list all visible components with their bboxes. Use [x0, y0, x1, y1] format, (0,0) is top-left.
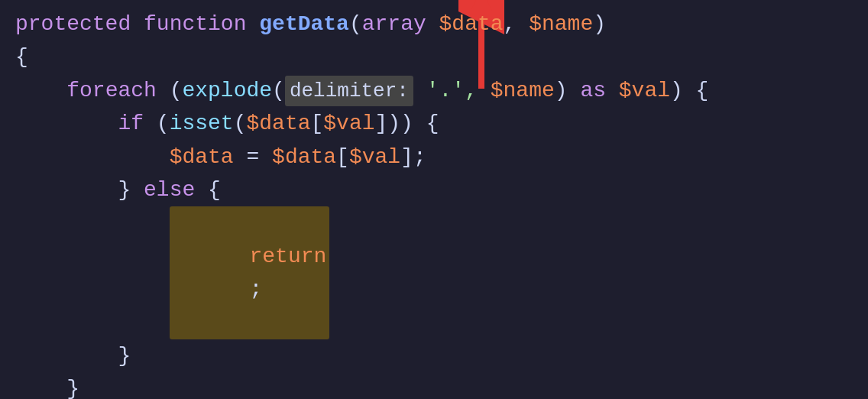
code-editor: protected function getData ( array $data… — [0, 0, 868, 399]
code-line-4: if ( isset ( $data [ $val ])) { — [15, 107, 853, 140]
function-name: getData — [259, 8, 349, 41]
param-hint: delimiter: — [285, 76, 413, 106]
code-line-9: } — [15, 372, 853, 399]
return-highlight: return ; — [170, 206, 330, 339]
keyword-as: as — [580, 74, 606, 107]
code-line-2: { — [15, 41, 853, 73]
var-val: $val — [619, 74, 670, 107]
var-data-2: $data — [272, 141, 336, 174]
fn-explode: explode — [182, 74, 272, 107]
code-line-5: $data = $data [ $val ]; — [15, 141, 853, 174]
code-line-6: } else { — [15, 174, 853, 206]
var-val-2: $val — [349, 141, 400, 174]
var-val-1: $val — [323, 107, 374, 140]
param-name: $name — [529, 8, 593, 41]
keyword-foreach: foreach — [66, 74, 157, 107]
code-line-3: foreach ( explode ( delimiter: '.', $nam… — [15, 74, 853, 107]
keyword-else: else — [144, 174, 195, 206]
param-data: $data — [439, 8, 504, 41]
keyword-function: function — [144, 8, 246, 41]
keyword-if: if — [118, 107, 144, 140]
keyword-array: array — [362, 8, 426, 41]
var-data-1: $data — [246, 107, 310, 140]
var-name: $name — [491, 74, 555, 107]
code-line-8: } — [15, 339, 853, 372]
code-line-1: protected function getData ( array $data… — [15, 8, 853, 41]
keyword-protected: protected — [15, 8, 131, 41]
code-line-7: return ; — [15, 206, 853, 339]
fn-isset: isset — [170, 107, 234, 140]
string-dot: '.', — [426, 74, 491, 107]
var-data-assign: $data — [170, 141, 234, 174]
